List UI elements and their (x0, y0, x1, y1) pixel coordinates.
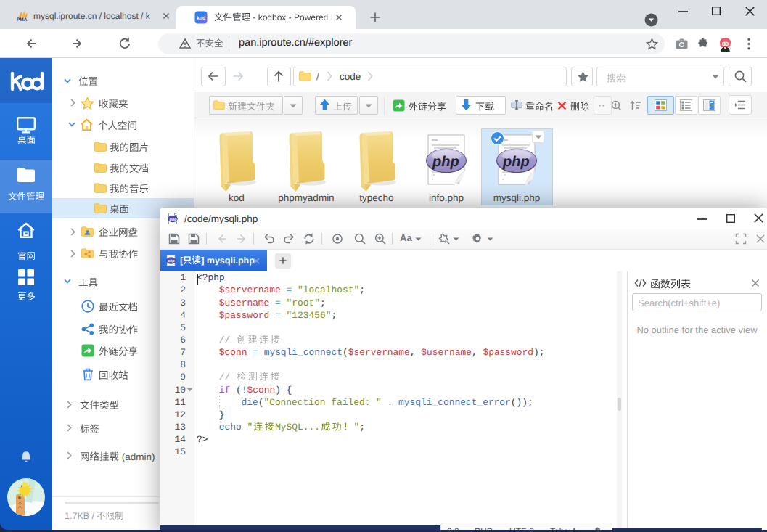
svg-text:php: php (502, 154, 530, 170)
svg-text:php: php (432, 154, 459, 170)
svg-text:php: php (167, 258, 175, 263)
svg-text:kod: kod (197, 16, 205, 21)
svg-text:PMA: PMA (17, 17, 28, 22)
svg-text:php: php (169, 218, 178, 222)
